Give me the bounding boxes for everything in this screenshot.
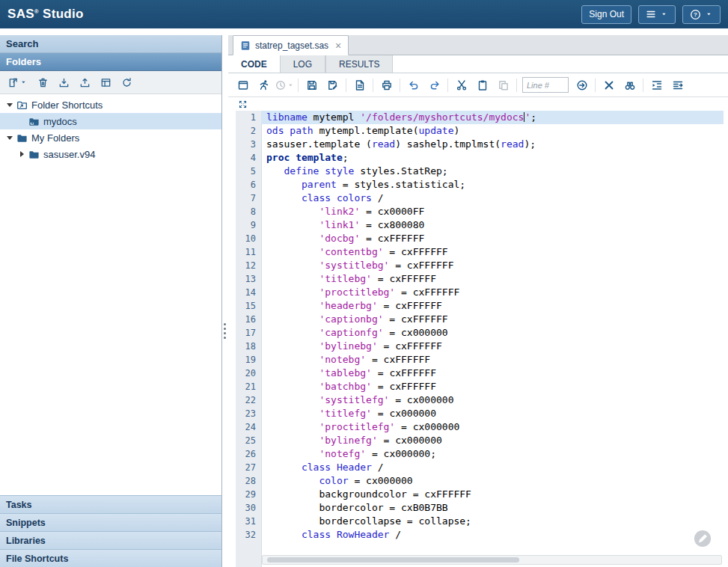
clear-code-button[interactable] [601, 77, 617, 93]
cut-button[interactable] [453, 77, 469, 93]
save-button[interactable] [304, 77, 319, 93]
code-line[interactable]: 30 bordercolor = cxB0B7BB [236, 501, 724, 515]
delete-button[interactable] [37, 77, 49, 88]
sign-out-label: Sign Out [589, 9, 624, 19]
sidebar-section-file-shortcuts[interactable]: File Shortcuts [0, 549, 221, 567]
line-number-input[interactable] [522, 77, 569, 93]
code-line[interactable]: 28 color = cx000000 [236, 474, 724, 488]
code-line[interactable]: 16 'captionbg' = cxFFFFFF [236, 313, 724, 326]
save-as-button[interactable] [325, 77, 340, 93]
application-menu-button[interactable] [638, 5, 676, 24]
toolbar-separator [447, 79, 448, 92]
line-number: 25 [236, 434, 261, 447]
code-line[interactable]: 13 'titlebg' = cxFFFFFF [236, 272, 724, 286]
code-line[interactable]: 7 class colors / [236, 191, 724, 205]
tab-log[interactable]: LOG [280, 55, 325, 73]
code-line[interactable]: 10 'docbg' = cxFFFFFF [236, 232, 724, 245]
tree-caret-icon[interactable] [4, 103, 15, 107]
svg-text:?: ? [694, 11, 697, 18]
code-line[interactable]: 3sasuser.template (read) sashelp.tmplmst… [236, 138, 724, 151]
code-line[interactable]: 18 'bylinebg' = cxFFFFFF [236, 340, 724, 353]
document-tab[interactable]: statrep_tagset.sas × [233, 35, 349, 55]
sidebar-section-snippets[interactable]: Snippets [0, 513, 221, 531]
code-line[interactable]: 6 parent = styles.statistical; [236, 178, 724, 191]
code-line[interactable]: 26 'notefg' = cx000000; [236, 447, 724, 461]
menu-icon [646, 9, 656, 19]
code-line[interactable]: 1libname mytempl '/folders/myshortcuts/m… [236, 111, 724, 124]
sidebar-section-libraries[interactable]: Libraries [0, 531, 221, 549]
code-line[interactable]: 20 'tablebg' = cxFFFFFF [236, 367, 724, 380]
code-line[interactable]: 5 define style styles.StatRep; [236, 165, 724, 178]
code-text: proc template; [261, 151, 724, 165]
code-editor[interactable]: 1libname mytempl '/folders/myshortcuts/m… [236, 111, 724, 567]
format-code-button[interactable] [670, 77, 685, 93]
indent-icon [651, 79, 663, 91]
code-line[interactable]: 24 'proctitlefg' = cx000000 [236, 420, 724, 434]
tree-item-folder-shortcuts[interactable]: Folder Shortcuts [0, 96, 221, 113]
code-line[interactable]: 15 'headerbg' = cxFFFFFF [236, 299, 724, 313]
code-text: 'link1' = cx800080 [261, 218, 724, 232]
tree-item-label: My Folders [31, 132, 79, 144]
run-button[interactable] [256, 77, 272, 93]
paste-button[interactable] [474, 77, 490, 93]
tree-item-sasuser-v94[interactable]: sasuser.v94 [0, 146, 221, 162]
code-line[interactable]: 31 bordercollapse = collapse; [236, 515, 724, 528]
search-pane-header[interactable]: Search [0, 35, 221, 53]
properties-button[interactable] [100, 77, 111, 88]
code-line[interactable]: 14 'proctitlebg' = cxFFFFFF [236, 286, 724, 299]
code-line[interactable]: 12 'systitlebg' = cxFFFFFF [236, 259, 724, 272]
find-replace-button[interactable] [622, 77, 637, 93]
tree-item-my-folders[interactable]: My Folders [0, 129, 221, 146]
new-item-button[interactable] [7, 77, 28, 88]
code-line[interactable]: 29 backgroundcolor = cxFFFFFF [236, 488, 724, 501]
workspace: Search Folders Folder ShortcutsmydocsMy … [0, 35, 728, 567]
code-line[interactable]: 25 'bylinefg' = cx000000 [236, 434, 724, 447]
tree-caret-icon[interactable] [16, 151, 27, 157]
go-to-line-button[interactable] [574, 77, 590, 93]
sidebar-section-tasks[interactable]: Tasks [0, 495, 221, 513]
folders-pane-header[interactable]: Folders [0, 53, 221, 71]
line-number: 20 [236, 367, 261, 380]
code-line[interactable]: 22 'systitlefg' = cx000000 [236, 393, 724, 407]
redo-button[interactable] [426, 77, 442, 93]
code-line[interactable]: 4proc template; [236, 151, 724, 165]
download-button[interactable] [58, 77, 70, 88]
code-text: 'systitlebg' = cxFFFFFF [261, 259, 724, 272]
code-line[interactable]: 19 'notebg' = cxFFFFFF [236, 353, 724, 367]
print-button[interactable] [379, 77, 394, 93]
indent-code-button[interactable] [649, 77, 664, 93]
tree-caret-icon[interactable] [4, 136, 15, 140]
tab-code[interactable]: CODE [228, 55, 280, 73]
code-line[interactable]: 27 class Header / [236, 461, 724, 474]
panel-splitter[interactable] [222, 35, 228, 567]
close-icon[interactable]: × [335, 40, 341, 51]
maximize-view-button[interactable] [235, 96, 251, 112]
help-menu-button[interactable]: ? [682, 5, 721, 24]
code-line[interactable]: 2ods path mytempl.template(update) [236, 124, 724, 138]
code-line[interactable]: 17 'captionfg' = cx000000 [236, 326, 724, 340]
upload-button[interactable] [79, 77, 91, 88]
line-number: 8 [236, 205, 261, 218]
code-line[interactable]: 11 'contentbg' = cxFFFFFF [236, 245, 724, 259]
code-text: libname mytempl '/folders/myshortcuts/my… [261, 111, 724, 124]
code-line[interactable]: 32 class RowHeader / [236, 528, 724, 542]
sign-out-button[interactable]: Sign Out [581, 5, 631, 24]
undo-button[interactable] [406, 77, 421, 93]
toolbar-separator [643, 79, 643, 92]
line-number: 13 [236, 272, 261, 286]
line-number: 5 [236, 165, 261, 178]
code-line[interactable]: 8 'link2' = cx0000FF [236, 205, 724, 218]
program-summary-button[interactable] [352, 77, 367, 93]
code-line[interactable]: 23 'titlefg' = cx000000 [236, 407, 724, 420]
open-in-new-window-button[interactable] [235, 77, 251, 93]
tab-results[interactable]: RESULTS [325, 55, 393, 73]
code-line[interactable]: 9 'link1' = cx800080 [236, 218, 724, 232]
code-text: 'notefg' = cx000000; [261, 447, 724, 461]
tree-item-mydocs[interactable]: mydocs [0, 113, 221, 129]
scrollbar-thumb[interactable] [267, 557, 519, 563]
code-text: 'proctitlefg' = cx000000 [261, 420, 724, 434]
refresh-button[interactable] [121, 77, 132, 88]
code-text: parent = styles.statistical; [261, 178, 724, 191]
code-line[interactable]: 21 'batchbg' = cxFFFFFF [236, 380, 724, 393]
horizontal-scrollbar[interactable] [262, 555, 722, 565]
